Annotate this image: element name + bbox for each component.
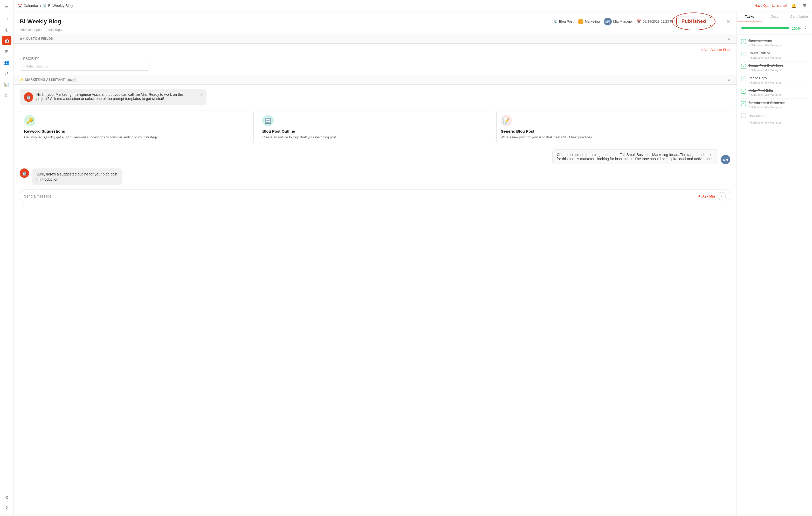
sidebar-location[interactable]: ◎ [2,25,11,34]
template-card-keyword[interactable]: 🔑 Keyword Suggestions Get inspired. Quic… [20,111,254,144]
keyword-title: Keyword Suggestions [24,129,249,133]
tab-tasks[interactable]: Tasks [737,11,762,22]
outline-icon: 🔄 [262,115,274,127]
marketing-assistant-section-header[interactable]: ✨ MARKETING ASSISTANT BETA ∧ [13,75,736,85]
user-avatar: MM [721,155,730,164]
new-task-checkbox[interactable] [741,113,746,118]
message-input[interactable] [24,194,695,198]
ask-mia-button[interactable]: ✈ Ask Mia [698,194,715,198]
task-check-5[interactable] [741,89,746,94]
ai-response-text: Sure, here's a suggested outline for you… [36,172,118,176]
task-content-4: Refine Copy + Schedule, Mia Manager [749,76,808,84]
task-check-2[interactable] [741,52,746,56]
custom-fields-content: + Add Custom Field ≡ PRIORITY + Select O… [13,44,736,75]
sidebar-calendar[interactable]: 📅 [2,36,11,45]
grid-icon[interactable]: ⊞ [801,2,808,9]
page-header: Bi-Weekly Blog 📡 Blog Post Marketing MM [13,11,736,34]
breadcrumb-calendar[interactable]: Calendar [24,4,38,8]
close-icon[interactable]: ✕ [726,19,730,24]
progress-bar-bg [741,27,789,29]
ai-bubble-more-icon[interactable]: ⋮ [199,92,203,97]
progress-more-icon[interactable]: ⋮ [803,25,808,31]
task-content-2: Create Outline + Schedule, Mia Manager [749,51,808,59]
add-description-btn[interactable]: Add Description [20,28,44,32]
priority-field: ≡ PRIORITY + Select Options [20,57,149,71]
task-name-1: Generate Ideas [749,39,808,43]
more-options-icon[interactable]: ⋮ [716,19,720,24]
marketing-assistant-icon: ✨ [20,78,24,82]
task-check-4[interactable] [741,77,746,81]
sidebar-table[interactable]: ⊞ [2,47,11,56]
outline-title: Blog Post Outline [262,129,488,133]
sidebar-hamburger[interactable]: ☰ [2,3,11,12]
progress-row: 100% ⋮ [737,22,812,34]
tab-contributors[interactable]: Contributors [787,11,812,22]
sidebar-chart[interactable]: 📊 [2,79,11,89]
user-message-bubble: Create an outline for a blog post about … [552,149,718,164]
task-item: Schedule and Celebrate + Schedule, Mia M… [741,99,808,111]
published-badge: Published [676,17,712,26]
task-meta-5: + Schedule, Mia Manager [749,93,808,96]
ai-response-body: I. Introduction [36,177,118,182]
priority-select[interactable]: + Select Options [20,62,149,71]
add-tags-btn[interactable]: Add Tags [48,28,62,32]
task-meta-2: + Schedule, Mia Manager [749,56,808,59]
add-custom-field-button[interactable]: + Add Custom Field [701,48,730,52]
ai-response-container: 🤖 Sure, here's a suggested outline for y… [20,168,730,185]
sidebar-shuffle[interactable]: ⇄ [2,69,11,78]
page-subactions: Add Description Add Tags [20,28,730,32]
user-message-text: Create an outline for a blog post about … [557,153,713,161]
task-check-1[interactable] [741,39,746,44]
task-list: Generate Ideas + Schedule, Mia Manager C… [737,34,812,127]
marketing-label: Marketing [585,20,600,23]
template-card-outline[interactable]: 🔄 Blog Post Outline Create an outline to… [258,111,492,144]
tab-docs[interactable]: Docs [762,11,787,22]
progress-bar-fill [741,27,789,29]
page-title: Bi-Weekly Blog [20,18,61,25]
rss-meta-icon: 📡 [553,20,557,23]
date-label: 09/19/2023 02:23 P [643,20,672,23]
ask-mia-icon: ✈ [698,194,701,198]
task-name-5: Make Final Edits [749,88,808,93]
outline-desc: Create an outline to help draft your nex… [262,135,488,140]
breadcrumb-separator: › [40,4,41,8]
sidebar-box[interactable]: ◻ [2,90,11,100]
ai-response-bubble: Sure, here's a suggested outline for you… [32,168,122,185]
manager-meta: MM Mia Manager [604,18,633,25]
task-check-6[interactable] [741,101,746,106]
generic-desc: Write a new post for your blog that meet… [501,135,726,140]
notifications-icon[interactable]: 🔔 [790,2,798,9]
top-nav-right: Have Q... Let's chat! 🔔 ⊞ [754,2,808,9]
right-panel-tabs: Tasks Docs Contributors [737,11,812,22]
main-container: 📅 Calendar › 📡 Bi-Weekly Blog Have Q... … [13,0,812,516]
task-name-2: Create Outline [749,51,808,56]
sidebar-people[interactable]: 👥 [2,58,11,67]
new-task-input[interactable]: New task... [749,114,765,117]
add-attachment-button[interactable]: + [718,192,726,200]
priority-icon: ≡ [20,57,22,60]
message-input-container: ✈ Ask Mia + [20,189,730,203]
template-card-generic[interactable]: 📝 Generic Blog Post Write a new post for… [496,111,730,144]
priority-label: ≡ PRIORITY [20,57,149,60]
manager-name: Mia Manager [613,20,633,23]
task-meta-3: + Schedule, Mia Manager [749,69,808,72]
sidebar-settings[interactable]: ⚙ [2,493,11,502]
generic-icon: 📝 [501,115,512,127]
have-question-btn[interactable]: Have Q... [754,4,769,7]
new-task-meta: + Schedule, Mia Manager [749,121,808,124]
marketing-assistant-title: ✨ MARKETING ASSISTANT BETA [20,78,77,82]
beta-badge: BETA [66,78,77,82]
lets-chat-btn[interactable]: Let's chat! [772,4,787,7]
breadcrumb-page[interactable]: Bi-Weekly Blog [48,4,73,8]
sidebar-home[interactable]: ⌂ [2,14,11,23]
ai-response-avatar: 🤖 [20,168,29,178]
task-content-6: Schedule and Celebrate + Schedule, Mia M… [749,101,808,109]
task-check-3[interactable] [741,64,746,69]
keyword-icon: 🔑 [24,115,35,127]
custom-fields-section-header[interactable]: ⊞+ CUSTOM FIELDS ∧ [13,34,736,44]
sidebar-help[interactable]: ? [2,504,11,513]
custom-fields-title: ⊞+ CUSTOM FIELDS [20,37,53,40]
marketing-dot [578,19,583,24]
calendar-meta-icon: 📅 [637,20,641,23]
new-task-row: New task... [741,111,808,120]
